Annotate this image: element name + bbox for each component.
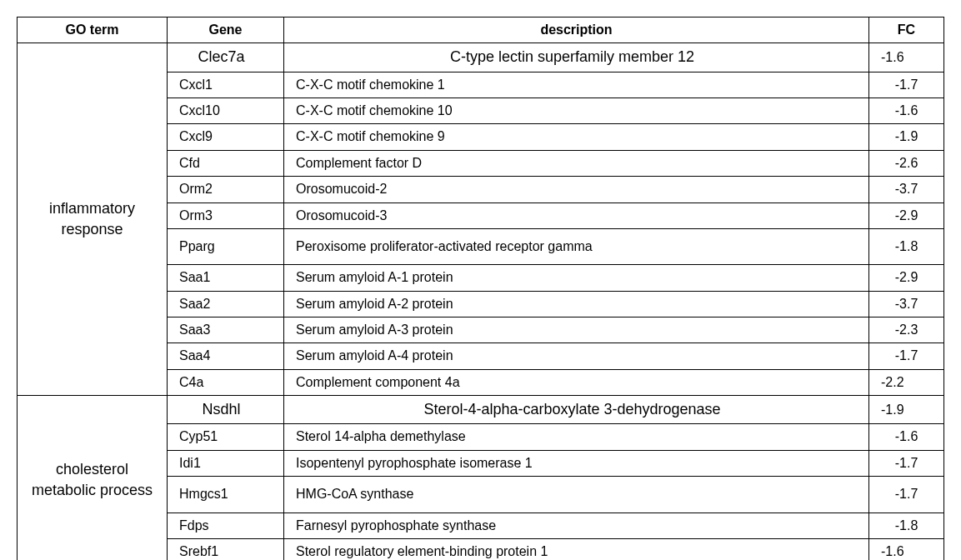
description-cell: Complement component 4a: [284, 369, 869, 395]
description-cell: Peroxisome proliferator-activated recept…: [284, 228, 869, 264]
description-cell: Serum amyloid A-4 protein: [284, 343, 869, 369]
gene-cell: Nsdhl: [168, 396, 284, 424]
description-cell: Sterol regulatory element-binding protei…: [284, 539, 869, 560]
fc-cell: -2.3: [869, 318, 944, 343]
gene-cell: Orm2: [168, 177, 284, 202]
description-cell: Orosomucoid-2: [284, 177, 869, 202]
description-cell: Farnesyl pyrophosphate synthase: [284, 512, 869, 538]
description-cell: Serum amyloid A-1 protein: [284, 265, 869, 291]
description-cell: Serum amyloid A-3 protein: [284, 318, 869, 343]
gene-cell: Fdps: [168, 512, 284, 538]
description-cell: Complement factor D: [284, 150, 869, 176]
go-gene-table: GO term Gene description FC inflammatory…: [17, 17, 944, 560]
table-row: cholesterol metabolic processNsdhlSterol…: [18, 396, 944, 424]
description-cell: C-X-C motif chemokine 9: [284, 124, 869, 150]
fc-cell: -1.6: [869, 98, 944, 123]
description-cell: C-X-C motif chemokine 10: [284, 98, 869, 123]
table-row: inflammatory responseClec7aC-type lectin…: [18, 43, 944, 72]
gene-cell: Cxcl1: [168, 72, 284, 98]
gene-cell: Hmgcs1: [168, 477, 284, 512]
gene-cell: Clec7a: [168, 43, 284, 72]
fc-cell: -1.7: [869, 450, 944, 476]
fc-cell: -2.9: [869, 265, 944, 291]
go-term-cell: cholesterol metabolic process: [18, 396, 168, 560]
header-go: GO term: [18, 18, 168, 43]
gene-cell: C4a: [168, 369, 284, 395]
header-gene: Gene: [168, 18, 284, 43]
gene-cell: Orm3: [168, 202, 284, 228]
gene-cell: Saa1: [168, 265, 284, 291]
description-cell: C-X-C motif chemokine 1: [284, 72, 869, 98]
gene-cell: Cyp51: [168, 424, 284, 450]
description-cell: Sterol 14-alpha demethylase: [284, 424, 869, 450]
header-fc: FC: [869, 18, 944, 43]
gene-cell: Idi1: [168, 450, 284, 476]
fc-cell: -3.7: [869, 177, 944, 202]
fc-cell: -2.6: [869, 150, 944, 176]
fc-cell: -1.7: [869, 477, 944, 512]
gene-cell: Saa4: [168, 343, 284, 369]
gene-cell: Cfd: [168, 150, 284, 176]
gene-cell: Saa3: [168, 318, 284, 343]
gene-cell: Cxcl9: [168, 124, 284, 150]
fc-cell: -2.2: [869, 369, 944, 395]
fc-cell: -1.6: [869, 424, 944, 450]
fc-cell: -1.7: [869, 343, 944, 369]
fc-cell: -1.7: [869, 72, 944, 98]
fc-cell: -1.8: [869, 228, 944, 264]
gene-cell: Srebf1: [168, 539, 284, 560]
description-cell: Orosomucoid-3: [284, 202, 869, 228]
gene-cell: Cxcl10: [168, 98, 284, 123]
gene-cell: Saa2: [168, 291, 284, 317]
fc-cell: -1.6: [869, 539, 944, 560]
fc-cell: -3.7: [869, 291, 944, 317]
description-cell: Isopentenyl pyrophosphate isomerase 1: [284, 450, 869, 476]
description-cell: C-type lectin superfamily member 12: [284, 43, 869, 72]
fc-cell: -1.9: [869, 124, 944, 150]
gene-cell: Pparg: [168, 228, 284, 264]
header-row: GO term Gene description FC: [18, 18, 944, 43]
fc-cell: -2.9: [869, 202, 944, 228]
description-cell: Serum amyloid A-2 protein: [284, 291, 869, 317]
header-desc: description: [284, 18, 869, 43]
go-term-cell: inflammatory response: [18, 43, 168, 396]
fc-cell: -1.9: [869, 396, 944, 424]
table-body: inflammatory responseClec7aC-type lectin…: [18, 43, 944, 560]
description-cell: HMG-CoA synthase: [284, 477, 869, 512]
fc-cell: -1.6: [869, 43, 944, 72]
fc-cell: -1.8: [869, 512, 944, 538]
description-cell: Sterol-4-alpha-carboxylate 3-dehydrogena…: [284, 396, 869, 424]
